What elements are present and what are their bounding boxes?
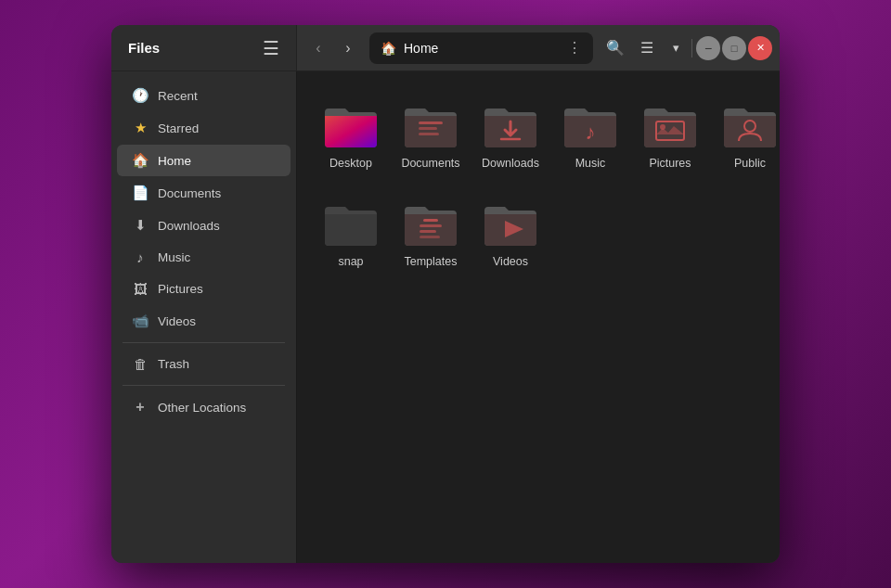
window-maximize-button[interactable]: □ bbox=[722, 36, 746, 60]
folder-icon-public bbox=[720, 99, 780, 151]
address-text: Home bbox=[404, 41, 438, 56]
svg-text:♪: ♪ bbox=[586, 121, 596, 144]
sidebar-item-trash[interactable]: 🗑 Trash bbox=[117, 349, 291, 379]
nav-forward-button[interactable]: › bbox=[334, 34, 362, 62]
file-label-snap: snap bbox=[338, 255, 363, 268]
file-item-desktop[interactable]: Desktop bbox=[316, 90, 386, 179]
sidebar-item-recent[interactable]: 🕐 Recent bbox=[117, 80, 291, 111]
documents-icon: 📄 bbox=[132, 185, 148, 201]
folder-icon-desktop bbox=[321, 99, 381, 151]
sidebar-item-other-locations[interactable]: + Other Locations bbox=[117, 391, 291, 423]
sidebar-item-home[interactable]: 🏠 Home bbox=[117, 145, 291, 176]
address-bar[interactable]: 🏠 Home ⋮ bbox=[369, 32, 593, 64]
svg-rect-9 bbox=[420, 224, 442, 227]
downloads-icon: ⬇ bbox=[132, 217, 148, 234]
folder-icon-videos bbox=[481, 198, 540, 249]
svg-rect-1 bbox=[419, 127, 437, 130]
sidebar-label-trash: Trash bbox=[158, 357, 189, 371]
file-item-snap[interactable]: snap bbox=[316, 188, 386, 277]
address-home-icon: 🏠 bbox=[381, 41, 396, 56]
sidebar-item-music[interactable]: ♪ Music bbox=[117, 242, 291, 273]
svg-rect-2 bbox=[419, 133, 439, 135]
folder-icon-pictures bbox=[640, 99, 700, 151]
svg-rect-11 bbox=[420, 236, 440, 238]
sidebar-divider-2 bbox=[123, 385, 285, 386]
app-title: Files bbox=[128, 40, 259, 56]
sidebar-item-documents[interactable]: 📄 Documents bbox=[117, 177, 291, 209]
content-area: 🕐 Recent ★ Starred 🏠 Home 📄 Documents ⬇ … bbox=[111, 71, 780, 563]
file-label-desktop: Desktop bbox=[329, 157, 372, 170]
starred-icon: ★ bbox=[132, 120, 148, 136]
file-label-public: Public bbox=[734, 157, 766, 170]
file-item-documents[interactable]: Documents bbox=[395, 90, 466, 179]
file-label-videos: Videos bbox=[493, 255, 528, 268]
sidebar-divider bbox=[123, 342, 285, 343]
file-item-downloads[interactable]: Downloads bbox=[475, 90, 546, 179]
nav-back-button[interactable]: ‹ bbox=[304, 34, 332, 62]
svg-rect-10 bbox=[420, 230, 436, 233]
music-icon: ♪ bbox=[132, 249, 148, 265]
other-locations-icon: + bbox=[132, 399, 148, 415]
sidebar-label-music: Music bbox=[158, 250, 190, 264]
window-close-button[interactable]: ✕ bbox=[748, 36, 772, 60]
hamburger-button[interactable]: ☰ bbox=[259, 37, 283, 59]
file-item-templates[interactable]: Templates bbox=[395, 188, 466, 277]
sidebar-item-pictures[interactable]: 🖼 Pictures bbox=[117, 274, 291, 304]
file-label-downloads: Downloads bbox=[482, 157, 539, 170]
file-manager-window: Files ☰ ‹ › 🏠 Home ⋮ 🔍 ☰ ▾ − □ ✕ bbox=[111, 25, 780, 563]
sidebar-item-videos[interactable]: 📹 Videos bbox=[117, 305, 291, 337]
file-label-templates: Templates bbox=[405, 255, 458, 268]
svg-rect-0 bbox=[419, 121, 443, 124]
file-grid-inner: Desktop Documents bbox=[316, 90, 761, 277]
sidebar-label-downloads: Downloads bbox=[158, 219, 220, 233]
pictures-icon: 🖼 bbox=[132, 281, 148, 297]
sidebar-label-recent: Recent bbox=[158, 89, 198, 103]
file-item-videos[interactable]: Videos bbox=[475, 188, 546, 277]
file-item-public[interactable]: Public bbox=[715, 90, 780, 179]
search-button[interactable]: 🔍 bbox=[600, 33, 630, 63]
address-menu-icon[interactable]: ⋮ bbox=[567, 39, 582, 57]
folder-icon-music: ♪ bbox=[561, 99, 620, 151]
recent-icon: 🕐 bbox=[132, 87, 148, 104]
sidebar-item-downloads[interactable]: ⬇ Downloads bbox=[117, 210, 291, 241]
trash-icon: 🗑 bbox=[132, 356, 148, 372]
home-icon: 🏠 bbox=[132, 152, 148, 169]
sidebar-label-documents: Documents bbox=[158, 186, 221, 200]
file-label-pictures: Pictures bbox=[649, 157, 691, 170]
sidebar-label-videos: Videos bbox=[158, 314, 196, 328]
sidebar-label-starred: Starred bbox=[158, 121, 199, 135]
file-grid: Desktop Documents bbox=[297, 71, 780, 563]
sidebar-label-pictures: Pictures bbox=[158, 282, 203, 296]
sidebar: 🕐 Recent ★ Starred 🏠 Home 📄 Documents ⬇ … bbox=[111, 71, 297, 563]
sidebar-label-home: Home bbox=[158, 154, 191, 168]
file-item-pictures[interactable]: Pictures bbox=[635, 90, 705, 179]
sidebar-label-other-locations: Other Locations bbox=[158, 401, 246, 415]
folder-icon-documents bbox=[401, 99, 460, 151]
sidebar-item-starred[interactable]: ★ Starred bbox=[117, 112, 291, 144]
view-list-button[interactable]: ☰ bbox=[632, 33, 662, 63]
file-item-music[interactable]: ♪ Music bbox=[555, 90, 626, 179]
svg-rect-8 bbox=[423, 219, 438, 222]
folder-icon-snap bbox=[321, 198, 381, 249]
window-minimize-button[interactable]: − bbox=[696, 36, 720, 60]
file-label-documents: Documents bbox=[401, 157, 459, 170]
videos-icon: 📹 bbox=[132, 313, 148, 329]
view-dropdown-button[interactable]: ▾ bbox=[664, 33, 688, 63]
folder-icon-templates bbox=[401, 198, 460, 249]
folder-icon-downloads bbox=[481, 99, 540, 151]
file-label-music: Music bbox=[575, 157, 606, 170]
